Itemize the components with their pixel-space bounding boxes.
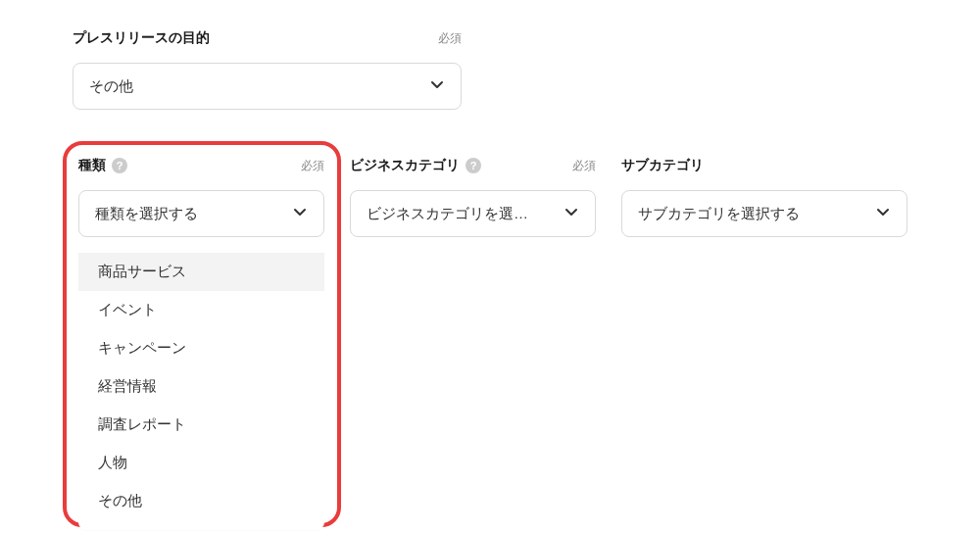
type-option[interactable]: 商品サービス bbox=[78, 253, 324, 291]
category-row: 種類 ? 必須 種類を選択する 商品サービス イベント キャンペーン 経営情報 … bbox=[73, 155, 907, 237]
type-label: 種類 ? bbox=[78, 157, 127, 174]
purpose-field: プレスリリースの目的 必須 その他 bbox=[73, 27, 462, 110]
chevron-down-icon bbox=[875, 204, 891, 223]
type-header: 種類 ? 必須 bbox=[78, 155, 324, 176]
type-field: 種類 ? 必須 種類を選択する 商品サービス イベント キャンペーン 経営情報 … bbox=[78, 155, 324, 237]
type-option[interactable]: イベント bbox=[78, 291, 324, 329]
bizcat-header: ビジネスカテゴリ ? 必須 bbox=[350, 155, 596, 176]
bizcat-field: ビジネスカテゴリ ? 必須 ビジネスカテゴリを選… bbox=[350, 155, 596, 237]
bizcat-select[interactable]: ビジネスカテゴリを選… bbox=[350, 190, 596, 237]
bizcat-placeholder: ビジネスカテゴリを選… bbox=[367, 205, 528, 223]
help-icon[interactable]: ? bbox=[466, 158, 481, 173]
bizcat-required-badge: 必須 bbox=[572, 158, 596, 174]
type-placeholder: 種類を選択する bbox=[95, 205, 198, 223]
type-option[interactable]: キャンペーン bbox=[78, 329, 324, 367]
type-select[interactable]: 種類を選択する bbox=[78, 190, 324, 237]
type-option[interactable]: 経営情報 bbox=[78, 367, 324, 406]
chevron-down-icon bbox=[429, 76, 445, 96]
type-option[interactable]: その他 bbox=[78, 482, 324, 520]
type-option[interactable]: 調査レポート bbox=[78, 406, 324, 444]
help-icon[interactable]: ? bbox=[112, 158, 127, 173]
subcat-field: サブカテゴリ サブカテゴリを選択する bbox=[621, 155, 907, 237]
purpose-label: プレスリリースの目的 bbox=[73, 29, 210, 47]
purpose-select[interactable]: その他 bbox=[73, 63, 462, 110]
chevron-down-icon bbox=[292, 204, 308, 223]
purpose-header: プレスリリースの目的 必須 bbox=[73, 27, 462, 49]
type-option[interactable]: 人物 bbox=[78, 444, 324, 482]
chevron-down-icon bbox=[564, 204, 579, 223]
subcat-placeholder: サブカテゴリを選択する bbox=[638, 205, 800, 223]
subcat-select[interactable]: サブカテゴリを選択する bbox=[621, 190, 907, 237]
type-dropdown: 商品サービス イベント キャンペーン 経営情報 調査レポート 人物 その他 bbox=[78, 243, 324, 530]
purpose-required-badge: 必須 bbox=[438, 30, 462, 47]
subcat-label: サブカテゴリ bbox=[621, 157, 704, 174]
purpose-value: その他 bbox=[89, 77, 133, 96]
type-required-badge: 必須 bbox=[301, 158, 324, 174]
subcat-header: サブカテゴリ bbox=[621, 155, 907, 176]
bizcat-label: ビジネスカテゴリ ? bbox=[350, 157, 481, 174]
